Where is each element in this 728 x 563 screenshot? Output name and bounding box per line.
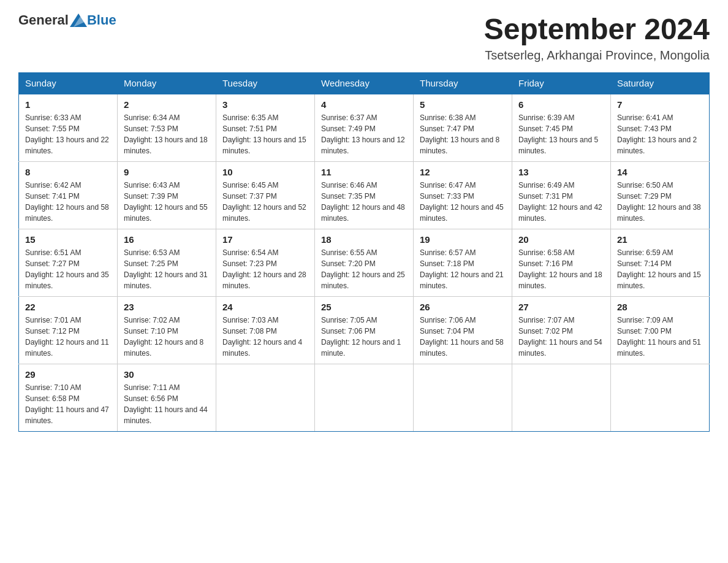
day-info: Sunrise: 6:41 AMSunset: 7:43 PMDaylight:… [617,112,703,156]
calendar-cell: 27Sunrise: 7:07 AMSunset: 7:02 PMDayligh… [512,297,611,364]
weekday-header-monday: Monday [118,73,216,94]
calendar-cell: 19Sunrise: 6:57 AMSunset: 7:18 PMDayligh… [414,229,512,297]
calendar-cell [512,364,611,432]
calendar-cell: 13Sunrise: 6:49 AMSunset: 7:31 PMDayligh… [512,162,611,229]
day-info: Sunrise: 6:37 AMSunset: 7:49 PMDaylight:… [321,112,407,156]
day-info: Sunrise: 6:46 AMSunset: 7:35 PMDaylight:… [321,180,407,224]
calendar-cell: 14Sunrise: 6:50 AMSunset: 7:29 PMDayligh… [611,162,710,229]
day-number: 1 [25,99,111,110]
day-number: 15 [25,234,111,245]
calendar-cell: 10Sunrise: 6:45 AMSunset: 7:37 PMDayligh… [216,162,315,229]
weekday-header-sunday: Sunday [19,73,118,94]
weekday-header-thursday: Thursday [414,73,512,94]
day-info: Sunrise: 6:54 AMSunset: 7:23 PMDaylight:… [222,247,308,291]
logo-blue-text: Blue [87,12,116,28]
weekday-header-tuesday: Tuesday [216,73,315,94]
weekday-header-wednesday: Wednesday [315,73,414,94]
day-info: Sunrise: 6:58 AMSunset: 7:16 PMDaylight:… [518,247,604,291]
calendar-cell: 30Sunrise: 7:11 AMSunset: 6:56 PMDayligh… [118,364,216,432]
calendar-cell: 25Sunrise: 7:05 AMSunset: 7:06 PMDayligh… [315,297,414,364]
day-number: 20 [518,234,604,245]
calendar-cell [216,364,315,432]
location-subtitle: Tsetserleg, Arkhangai Province, Mongolia [484,48,710,63]
calendar-cell: 7Sunrise: 6:41 AMSunset: 7:43 PMDaylight… [611,94,710,162]
day-number: 24 [222,302,308,312]
calendar-cell: 17Sunrise: 6:54 AMSunset: 7:23 PMDayligh… [216,229,315,297]
calendar-cell: 29Sunrise: 7:10 AMSunset: 6:58 PMDayligh… [19,364,118,432]
day-info: Sunrise: 7:07 AMSunset: 7:02 PMDaylight:… [518,315,604,359]
day-number: 27 [518,302,604,312]
day-number: 19 [420,234,506,245]
day-number: 25 [321,302,407,312]
calendar-cell: 15Sunrise: 6:51 AMSunset: 7:27 PMDayligh… [19,229,118,297]
logo-general-text: General [18,12,69,28]
day-info: Sunrise: 6:33 AMSunset: 7:55 PMDaylight:… [25,112,111,156]
day-number: 5 [420,99,506,110]
day-number: 17 [222,234,308,245]
calendar-cell: 12Sunrise: 6:47 AMSunset: 7:33 PMDayligh… [414,162,512,229]
calendar-cell: 4Sunrise: 6:37 AMSunset: 7:49 PMDaylight… [315,94,414,162]
day-info: Sunrise: 6:45 AMSunset: 7:37 PMDaylight:… [222,180,308,224]
day-info: Sunrise: 6:47 AMSunset: 7:33 PMDaylight:… [420,180,506,224]
logo: General Blue [18,12,116,28]
day-info: Sunrise: 7:11 AMSunset: 6:56 PMDaylight:… [124,382,210,426]
calendar-cell [611,364,710,432]
weekday-header-saturday: Saturday [611,73,710,94]
day-number: 3 [222,99,308,110]
day-info: Sunrise: 6:59 AMSunset: 7:14 PMDaylight:… [617,247,703,291]
day-info: Sunrise: 6:55 AMSunset: 7:20 PMDaylight:… [321,247,407,291]
calendar-cell: 23Sunrise: 7:02 AMSunset: 7:10 PMDayligh… [118,297,216,364]
day-number: 23 [124,302,210,312]
calendar-cell [315,364,414,432]
day-number: 14 [617,167,703,177]
calendar-cell: 5Sunrise: 6:38 AMSunset: 7:47 PMDaylight… [414,94,512,162]
day-info: Sunrise: 6:35 AMSunset: 7:51 PMDaylight:… [222,112,308,156]
calendar-cell: 2Sunrise: 6:34 AMSunset: 7:53 PMDaylight… [118,94,216,162]
calendar-cell: 6Sunrise: 6:39 AMSunset: 7:45 PMDaylight… [512,94,611,162]
title-area: September 2024 Tsetserleg, Arkhangai Pro… [484,12,710,63]
day-info: Sunrise: 6:42 AMSunset: 7:41 PMDaylight:… [25,180,111,224]
calendar-week-row: 15Sunrise: 6:51 AMSunset: 7:27 PMDayligh… [19,229,710,297]
day-info: Sunrise: 7:06 AMSunset: 7:04 PMDaylight:… [420,315,506,359]
day-info: Sunrise: 7:09 AMSunset: 7:00 PMDaylight:… [617,315,703,359]
day-number: 2 [124,99,210,110]
calendar-cell: 26Sunrise: 7:06 AMSunset: 7:04 PMDayligh… [414,297,512,364]
logo-icon [70,13,87,27]
calendar-table: SundayMondayTuesdayWednesdayThursdayFrid… [18,72,710,432]
day-info: Sunrise: 6:43 AMSunset: 7:39 PMDaylight:… [124,180,210,224]
calendar-week-row: 22Sunrise: 7:01 AMSunset: 7:12 PMDayligh… [19,297,710,364]
calendar-cell: 18Sunrise: 6:55 AMSunset: 7:20 PMDayligh… [315,229,414,297]
calendar-cell: 9Sunrise: 6:43 AMSunset: 7:39 PMDaylight… [118,162,216,229]
day-number: 28 [617,302,703,312]
day-number: 11 [321,167,407,177]
day-info: Sunrise: 7:02 AMSunset: 7:10 PMDaylight:… [124,315,210,359]
day-number: 18 [321,234,407,245]
day-info: Sunrise: 6:53 AMSunset: 7:25 PMDaylight:… [124,247,210,291]
calendar-cell: 3Sunrise: 6:35 AMSunset: 7:51 PMDaylight… [216,94,315,162]
day-number: 7 [617,99,703,110]
day-info: Sunrise: 6:49 AMSunset: 7:31 PMDaylight:… [518,180,604,224]
day-info: Sunrise: 6:38 AMSunset: 7:47 PMDaylight:… [420,112,506,156]
day-number: 6 [518,99,604,110]
calendar-cell: 21Sunrise: 6:59 AMSunset: 7:14 PMDayligh… [611,229,710,297]
day-number: 30 [124,369,210,380]
header: General Blue September 2024 Tsetserleg, … [18,12,710,63]
day-number: 8 [25,167,111,177]
day-info: Sunrise: 7:10 AMSunset: 6:58 PMDaylight:… [25,382,111,426]
day-number: 4 [321,99,407,110]
month-title: September 2024 [484,12,710,46]
calendar-week-row: 29Sunrise: 7:10 AMSunset: 6:58 PMDayligh… [19,364,710,432]
calendar-cell: 28Sunrise: 7:09 AMSunset: 7:00 PMDayligh… [611,297,710,364]
day-number: 29 [25,369,111,380]
day-info: Sunrise: 7:05 AMSunset: 7:06 PMDaylight:… [321,315,407,359]
day-info: Sunrise: 7:01 AMSunset: 7:12 PMDaylight:… [25,315,111,359]
calendar-cell: 20Sunrise: 6:58 AMSunset: 7:16 PMDayligh… [512,229,611,297]
calendar-cell: 22Sunrise: 7:01 AMSunset: 7:12 PMDayligh… [19,297,118,364]
day-number: 12 [420,167,506,177]
day-info: Sunrise: 6:34 AMSunset: 7:53 PMDaylight:… [124,112,210,156]
day-number: 26 [420,302,506,312]
day-info: Sunrise: 6:57 AMSunset: 7:18 PMDaylight:… [420,247,506,291]
day-info: Sunrise: 6:39 AMSunset: 7:45 PMDaylight:… [518,112,604,156]
calendar-week-row: 8Sunrise: 6:42 AMSunset: 7:41 PMDaylight… [19,162,710,229]
weekday-header-friday: Friday [512,73,611,94]
